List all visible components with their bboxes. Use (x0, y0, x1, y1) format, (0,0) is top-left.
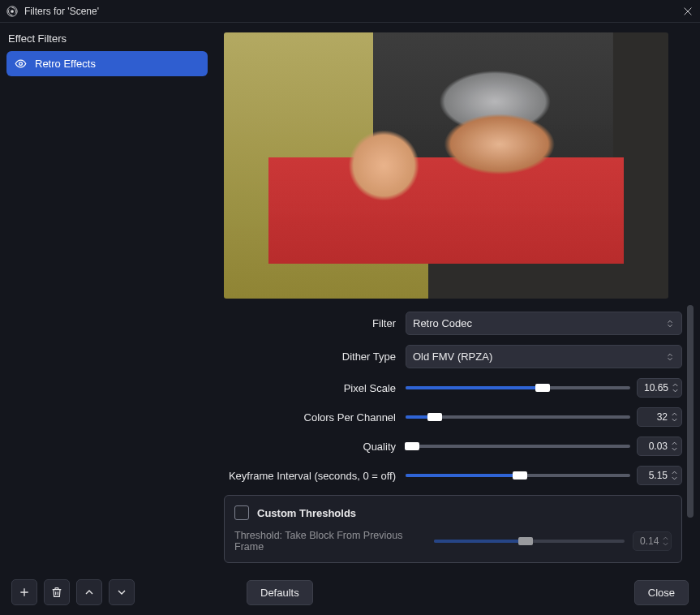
row-colors-per-channel: Colors Per Channel 32 (224, 407, 682, 427)
label-pixel-scale: Pixel Scale (224, 382, 397, 394)
chevron-up-icon (671, 470, 678, 475)
spin-pixel-scale[interactable]: 10.65 (637, 378, 682, 398)
row-pixel-scale: Pixel Scale 10.65 (224, 378, 682, 398)
select-filter-value: Retro Codec (413, 317, 472, 329)
slider-colors-per-channel[interactable] (406, 411, 630, 424)
chevron-up-icon (662, 535, 669, 541)
label-quality: Quality (224, 441, 397, 453)
filter-item-retro-effects[interactable]: Retro Effects (6, 51, 208, 76)
label-custom-thresholds: Custom Thresholds (257, 507, 356, 519)
slider-threshold-prev-frame[interactable] (434, 535, 625, 548)
visibility-icon (15, 58, 27, 70)
spin-colors-per-channel[interactable]: 32 (637, 407, 682, 427)
group-custom-thresholds: Custom Thresholds Threshold: Take Block … (224, 495, 682, 563)
footer-toolbar: Defaults Close (0, 570, 700, 615)
filter-settings: Filter Retro Codec Dither Type Old FMV (… (224, 312, 682, 563)
chevron-down-icon (671, 417, 678, 423)
checkbox-custom-thresholds[interactable] (234, 505, 249, 520)
chevron-up-icon (672, 382, 679, 388)
select-dither-value: Old FMV (RPZA) (413, 351, 492, 363)
plus-icon (18, 586, 31, 599)
updown-icon (665, 319, 675, 329)
preview-image (224, 32, 668, 299)
label-dither-type: Dither Type (224, 351, 397, 363)
row-dither-type: Dither Type Old FMV (RPZA) (224, 345, 682, 368)
chevron-down-icon (672, 388, 679, 394)
updown-icon (665, 352, 675, 362)
slider-keyframe-interval[interactable] (406, 469, 630, 482)
sidebar: Effect Filters Retro Effects (0, 23, 214, 570)
close-button[interactable]: Close (634, 580, 689, 605)
settings-scrollbar[interactable] (685, 305, 695, 587)
scrollbar-thumb[interactable] (687, 305, 694, 518)
select-filter[interactable]: Retro Codec (406, 312, 682, 335)
slider-quality[interactable] (406, 440, 630, 453)
chevron-up-icon (671, 411, 678, 417)
close-icon[interactable] (682, 6, 694, 17)
spin-colors-value: 32 (644, 411, 668, 423)
spin-threshold-prev-value: 0.14 (640, 535, 659, 547)
chevron-up-icon (671, 441, 678, 446)
chevron-down-icon (671, 475, 678, 481)
chevron-up-icon (83, 586, 96, 599)
delete-filter-button[interactable] (44, 579, 70, 605)
spin-threshold-prev-frame[interactable]: 0.14 (633, 531, 672, 551)
filter-item-label: Retro Effects (35, 58, 96, 70)
spin-keyframe-value: 5.15 (644, 470, 668, 481)
window-title: Filters for 'Scene' (24, 6, 682, 17)
label-threshold-prev-frame: Threshold: Take Block From Previous Fram… (234, 530, 426, 553)
defaults-button[interactable]: Defaults (247, 580, 313, 605)
label-colors-per-channel: Colors Per Channel (224, 411, 397, 424)
slider-pixel-scale[interactable] (406, 381, 630, 394)
label-filter: Filter (224, 317, 397, 329)
svg-point-2 (19, 62, 23, 66)
section-title-effect-filters: Effect Filters (6, 32, 208, 45)
spin-quality[interactable]: 0.03 (637, 437, 682, 456)
row-keyframe-interval: Keyframe Interval (seconds, 0 = off) 5.1… (224, 466, 682, 485)
spin-quality-value: 0.03 (644, 441, 668, 452)
obs-logo-icon (6, 6, 18, 17)
move-up-button[interactable] (76, 579, 102, 605)
spin-pixel-scale-value: 10.65 (644, 382, 668, 394)
select-dither-type[interactable]: Old FMV (RPZA) (406, 345, 682, 368)
row-quality: Quality 0.03 (224, 437, 682, 456)
trash-icon (50, 586, 63, 599)
filter-list: Retro Effects (6, 51, 208, 76)
svg-point-1 (11, 10, 14, 13)
add-filter-button[interactable] (11, 579, 37, 605)
chevron-down-icon (115, 586, 128, 599)
title-bar: Filters for 'Scene' (0, 0, 700, 23)
chevron-down-icon (671, 446, 678, 452)
label-keyframe-interval: Keyframe Interval (seconds, 0 = off) (224, 470, 397, 482)
spin-keyframe-interval[interactable]: 5.15 (637, 466, 682, 485)
row-filter: Filter Retro Codec (224, 312, 682, 335)
move-down-button[interactable] (109, 579, 135, 605)
chevron-down-icon (662, 541, 669, 547)
